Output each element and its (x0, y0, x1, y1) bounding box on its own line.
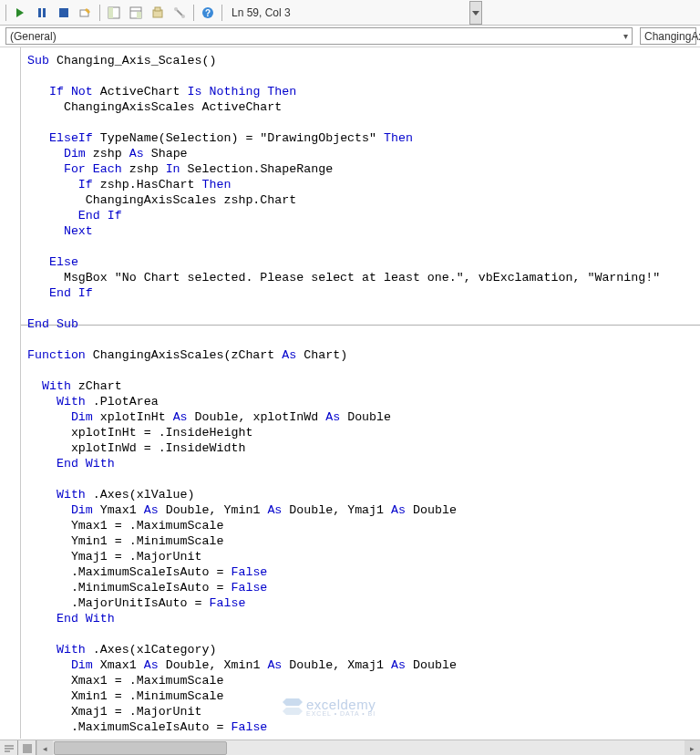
cursor-position-status: Ln 59, Col 3 (232, 6, 291, 19)
procedure-dropdown-value: ChangingAx (644, 30, 700, 43)
scroll-left-button[interactable]: ◂ (37, 740, 53, 755)
code-content[interactable]: Sub Changing_Axis_Scales() If Not Active… (27, 53, 700, 739)
svg-rect-1 (38, 8, 41, 17)
toolbar-separator (5, 5, 6, 21)
watermark: exceldemy EXCEL • DATA • BI (283, 697, 376, 717)
bottom-bar: ◂ ▸ (0, 739, 700, 755)
code-editor[interactable]: Sub Changing_Axis_Scales() If Not Active… (0, 47, 700, 739)
scroll-right-button[interactable]: ▸ (685, 740, 700, 755)
object-dropdown[interactable]: (General) ▾ (5, 27, 633, 45)
watermark-logo-icon (283, 698, 303, 715)
svg-point-14 (181, 15, 185, 18)
toolbar-overflow-button[interactable] (469, 1, 482, 25)
horizontal-scrollbar[interactable]: ◂ ▸ (36, 740, 700, 755)
svg-rect-12 (155, 7, 160, 11)
toolbar-separator (193, 5, 194, 21)
svg-marker-18 (283, 698, 303, 706)
margin-indicator-bar (20, 47, 21, 739)
code-pane-header: (General) ▾ ChangingAx (0, 26, 700, 47)
svg-text:?: ? (205, 8, 211, 18)
pause-icon[interactable] (32, 3, 52, 23)
svg-point-13 (174, 7, 178, 11)
watermark-tagline: EXCEL • DATA • BI (306, 710, 376, 717)
svg-rect-3 (59, 8, 68, 17)
full-module-view-button[interactable] (18, 740, 36, 755)
scroll-thumb[interactable] (54, 741, 227, 755)
toolbox-icon[interactable] (170, 3, 190, 23)
toolbar-separator (221, 5, 222, 21)
svg-rect-7 (108, 7, 113, 18)
stop-icon[interactable] (54, 3, 74, 23)
toolbar: ? Ln 59, Col 3 (0, 0, 700, 26)
svg-rect-10 (137, 12, 141, 18)
run-icon[interactable] (10, 3, 30, 23)
project-explorer-icon[interactable] (104, 3, 124, 23)
object-dropdown-value: (General) (10, 30, 57, 43)
svg-rect-2 (43, 8, 46, 17)
svg-marker-0 (16, 8, 24, 17)
procedure-view-button[interactable] (0, 740, 18, 755)
chevron-down-icon: ▾ (623, 31, 628, 41)
svg-marker-19 (283, 708, 303, 715)
toolbar-separator (99, 5, 100, 21)
procedure-dropdown[interactable]: ChangingAx (640, 27, 696, 45)
design-mode-icon[interactable] (76, 3, 96, 23)
help-icon[interactable]: ? (198, 3, 218, 23)
svg-marker-17 (472, 11, 479, 16)
properties-window-icon[interactable] (126, 3, 146, 23)
object-browser-icon[interactable] (148, 3, 168, 23)
